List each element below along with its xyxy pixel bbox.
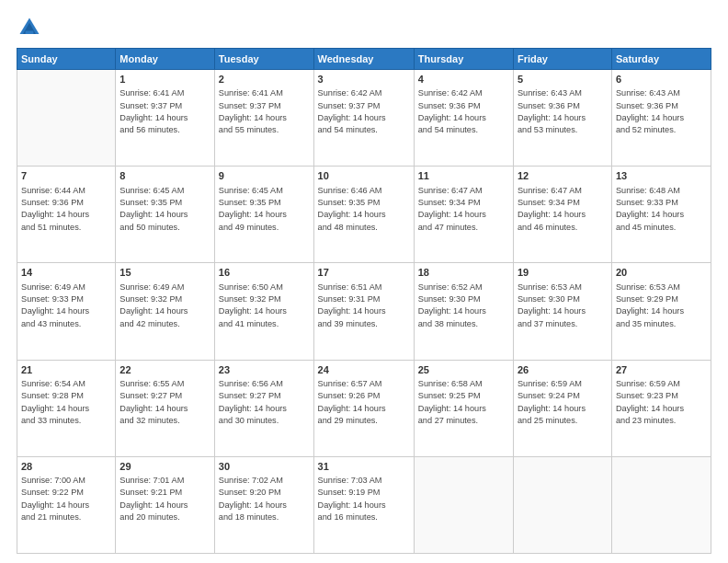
day-number: 15 — [119, 266, 210, 280]
calendar-cell: 19Sunrise: 6:53 AM Sunset: 9:30 PM Dayli… — [513, 263, 611, 360]
calendar-week-row: 7Sunrise: 6:44 AM Sunset: 9:36 PM Daylig… — [17, 167, 711, 263]
day-info: Sunrise: 6:58 AM Sunset: 9:25 PM Dayligh… — [418, 378, 509, 427]
day-info: Sunrise: 6:57 AM Sunset: 9:26 PM Dayligh… — [318, 378, 410, 427]
calendar-cell: 14Sunrise: 6:49 AM Sunset: 9:33 PM Dayli… — [17, 263, 116, 360]
weekday-header-saturday: Saturday — [611, 49, 711, 70]
calendar-cell: 6Sunrise: 6:43 AM Sunset: 9:36 PM Daylig… — [611, 70, 711, 167]
svg-rect-2 — [26, 31, 34, 35]
day-info: Sunrise: 6:49 AM Sunset: 9:32 PM Dayligh… — [119, 282, 210, 330]
calendar-cell: 25Sunrise: 6:58 AM Sunset: 9:25 PM Dayli… — [414, 360, 513, 456]
calendar-cell: 15Sunrise: 6:49 AM Sunset: 9:32 PM Dayli… — [116, 263, 215, 360]
page: SundayMondayTuesdayWednesdayThursdayFrid… — [0, 0, 728, 563]
calendar-body: 1Sunrise: 6:41 AM Sunset: 9:37 PM Daylig… — [17, 70, 711, 554]
day-info: Sunrise: 6:50 AM Sunset: 9:32 PM Dayligh… — [219, 282, 310, 330]
calendar-cell: 17Sunrise: 6:51 AM Sunset: 9:31 PM Dayli… — [313, 263, 414, 360]
calendar-cell: 28Sunrise: 7:00 AM Sunset: 9:22 PM Dayli… — [17, 456, 116, 553]
day-number: 3 — [318, 73, 410, 86]
day-info: Sunrise: 6:45 AM Sunset: 9:35 PM Dayligh… — [219, 185, 310, 234]
day-number: 11 — [418, 169, 509, 183]
day-number: 8 — [119, 169, 210, 183]
day-info: Sunrise: 6:41 AM Sunset: 9:37 PM Dayligh… — [119, 87, 210, 136]
weekday-header-wednesday: Wednesday — [313, 49, 414, 70]
calendar-cell: 10Sunrise: 6:46 AM Sunset: 9:35 PM Dayli… — [313, 167, 414, 263]
day-number: 31 — [318, 460, 410, 474]
calendar-week-row: 28Sunrise: 7:00 AM Sunset: 9:22 PM Dayli… — [17, 456, 711, 553]
day-number: 2 — [219, 73, 310, 86]
day-info: Sunrise: 6:43 AM Sunset: 9:36 PM Dayligh… — [616, 87, 707, 136]
logo — [17, 15, 46, 40]
day-number: 22 — [119, 363, 210, 377]
calendar-cell — [17, 70, 116, 167]
day-number: 23 — [219, 363, 310, 377]
day-info: Sunrise: 6:54 AM Sunset: 9:28 PM Dayligh… — [21, 378, 111, 427]
day-info: Sunrise: 7:02 AM Sunset: 9:20 PM Dayligh… — [219, 475, 310, 523]
day-info: Sunrise: 6:43 AM Sunset: 9:36 PM Dayligh… — [518, 87, 608, 136]
day-info: Sunrise: 6:44 AM Sunset: 9:36 PM Dayligh… — [21, 185, 111, 234]
day-info: Sunrise: 6:52 AM Sunset: 9:30 PM Dayligh… — [418, 282, 509, 330]
weekday-header-tuesday: Tuesday — [214, 49, 313, 70]
day-info: Sunrise: 6:48 AM Sunset: 9:33 PM Dayligh… — [616, 185, 707, 234]
calendar-cell: 4Sunrise: 6:42 AM Sunset: 9:36 PM Daylig… — [414, 70, 513, 167]
calendar-cell: 5Sunrise: 6:43 AM Sunset: 9:36 PM Daylig… — [513, 70, 611, 167]
calendar-cell: 9Sunrise: 6:45 AM Sunset: 9:35 PM Daylig… — [214, 167, 313, 263]
day-info: Sunrise: 6:47 AM Sunset: 9:34 PM Dayligh… — [418, 185, 509, 234]
day-info: Sunrise: 6:45 AM Sunset: 9:35 PM Dayligh… — [119, 185, 210, 234]
calendar-cell — [611, 456, 711, 553]
day-number: 29 — [119, 460, 210, 474]
calendar-week-row: 14Sunrise: 6:49 AM Sunset: 9:33 PM Dayli… — [17, 263, 711, 360]
header — [17, 15, 711, 40]
calendar-cell: 13Sunrise: 6:48 AM Sunset: 9:33 PM Dayli… — [611, 167, 711, 263]
calendar-cell: 2Sunrise: 6:41 AM Sunset: 9:37 PM Daylig… — [214, 70, 313, 167]
day-number: 17 — [318, 266, 410, 280]
calendar-week-row: 21Sunrise: 6:54 AM Sunset: 9:28 PM Dayli… — [17, 360, 711, 456]
day-number: 18 — [418, 266, 509, 280]
day-info: Sunrise: 6:49 AM Sunset: 9:33 PM Dayligh… — [21, 282, 111, 330]
day-number: 6 — [616, 73, 707, 86]
calendar-cell: 1Sunrise: 6:41 AM Sunset: 9:37 PM Daylig… — [116, 70, 215, 167]
day-number: 24 — [318, 363, 410, 377]
day-number: 19 — [518, 266, 608, 280]
day-info: Sunrise: 6:42 AM Sunset: 9:36 PM Dayligh… — [418, 87, 509, 136]
day-info: Sunrise: 6:55 AM Sunset: 9:27 PM Dayligh… — [119, 378, 210, 427]
calendar-cell: 29Sunrise: 7:01 AM Sunset: 9:21 PM Dayli… — [116, 456, 215, 553]
calendar-cell: 27Sunrise: 6:59 AM Sunset: 9:23 PM Dayli… — [611, 360, 711, 456]
weekday-header-sunday: Sunday — [17, 49, 116, 70]
calendar-cell — [414, 456, 513, 553]
day-number: 20 — [616, 266, 707, 280]
day-info: Sunrise: 6:46 AM Sunset: 9:35 PM Dayligh… — [318, 185, 410, 234]
day-number: 1 — [119, 73, 210, 86]
day-info: Sunrise: 7:01 AM Sunset: 9:21 PM Dayligh… — [119, 475, 210, 523]
calendar-cell: 16Sunrise: 6:50 AM Sunset: 9:32 PM Dayli… — [214, 263, 313, 360]
weekday-header-monday: Monday — [116, 49, 215, 70]
day-info: Sunrise: 6:42 AM Sunset: 9:37 PM Dayligh… — [318, 87, 410, 136]
day-number: 13 — [616, 169, 707, 183]
calendar-cell: 8Sunrise: 6:45 AM Sunset: 9:35 PM Daylig… — [116, 167, 215, 263]
calendar-cell: 24Sunrise: 6:57 AM Sunset: 9:26 PM Dayli… — [313, 360, 414, 456]
calendar-cell: 18Sunrise: 6:52 AM Sunset: 9:30 PM Dayli… — [414, 263, 513, 360]
calendar-cell: 3Sunrise: 6:42 AM Sunset: 9:37 PM Daylig… — [313, 70, 414, 167]
day-info: Sunrise: 6:51 AM Sunset: 9:31 PM Dayligh… — [318, 282, 410, 330]
calendar-cell — [513, 456, 611, 553]
day-number: 26 — [518, 363, 608, 377]
day-number: 7 — [21, 169, 111, 183]
calendar-cell: 7Sunrise: 6:44 AM Sunset: 9:36 PM Daylig… — [17, 167, 116, 263]
calendar-cell: 11Sunrise: 6:47 AM Sunset: 9:34 PM Dayli… — [414, 167, 513, 263]
day-info: Sunrise: 6:59 AM Sunset: 9:24 PM Dayligh… — [518, 378, 608, 427]
day-info: Sunrise: 6:53 AM Sunset: 9:30 PM Dayligh… — [518, 282, 608, 330]
day-number: 10 — [318, 169, 410, 183]
day-info: Sunrise: 6:53 AM Sunset: 9:29 PM Dayligh… — [616, 282, 707, 330]
day-number: 25 — [418, 363, 509, 377]
day-number: 21 — [21, 363, 111, 377]
day-number: 9 — [219, 169, 310, 183]
calendar: SundayMondayTuesdayWednesdayThursdayFrid… — [17, 48, 711, 554]
day-info: Sunrise: 7:03 AM Sunset: 9:19 PM Dayligh… — [318, 475, 410, 523]
day-number: 28 — [21, 460, 111, 474]
calendar-cell: 21Sunrise: 6:54 AM Sunset: 9:28 PM Dayli… — [17, 360, 116, 456]
day-info: Sunrise: 7:00 AM Sunset: 9:22 PM Dayligh… — [21, 475, 111, 523]
calendar-week-row: 1Sunrise: 6:41 AM Sunset: 9:37 PM Daylig… — [17, 70, 711, 167]
day-number: 14 — [21, 266, 111, 280]
logo-icon — [17, 15, 42, 40]
day-number: 5 — [518, 73, 608, 86]
weekday-header-thursday: Thursday — [414, 49, 513, 70]
day-number: 30 — [219, 460, 310, 474]
